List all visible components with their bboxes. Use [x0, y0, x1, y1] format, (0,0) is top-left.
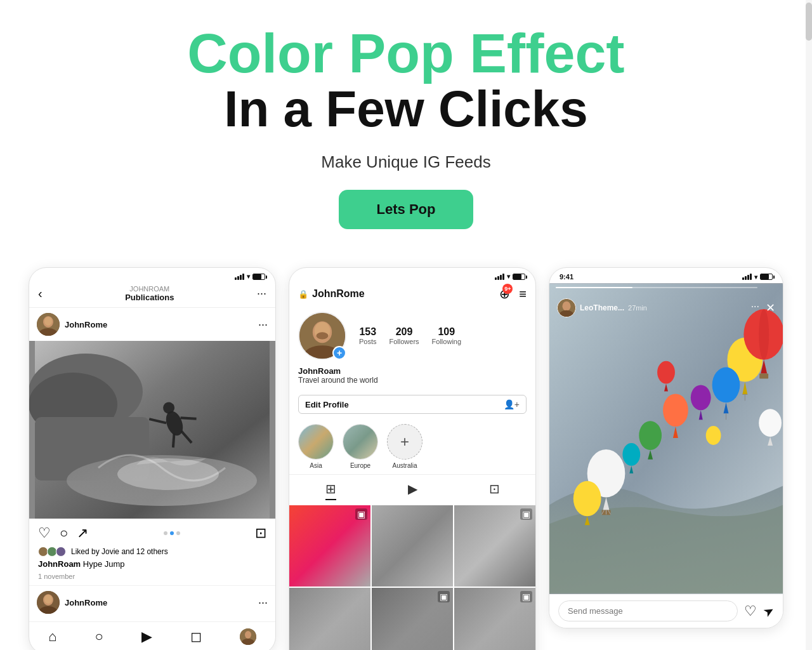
add-story-button[interactable]: + — [332, 346, 346, 360]
profile-username: JohnRome — [312, 288, 365, 300]
grid-cell-6: ▣ — [454, 588, 535, 650]
story-close-icon[interactable]: ✕ — [766, 301, 775, 315]
story-status-bar: 9:41 ▾ — [549, 268, 783, 283]
highlight-australia-circle: + — [387, 424, 422, 460]
story-progress-fill — [556, 287, 632, 288]
signal-bars — [235, 274, 244, 280]
feed-post-image — [29, 341, 275, 519]
s-bar3 — [747, 275, 749, 280]
grid-cell-1: ▣ — [289, 505, 370, 587]
grid-video-icon-1: ▣ — [355, 508, 367, 520]
story-more-icon[interactable]: ··· — [751, 301, 759, 315]
nav-avatar-svg — [240, 628, 256, 645]
svg-point-21 — [245, 631, 251, 639]
highlight-europe-img — [343, 425, 377, 459]
phones-row: ▾ ‹ JOHNROAM Publications ··· — [0, 255, 812, 650]
story-bottom-bar: ♡ ➤ — [549, 594, 783, 628]
scrollbar-thumb[interactable] — [806, 3, 812, 41]
story-username: LeoTheme... — [580, 303, 624, 312]
liked-avatar-3 — [56, 547, 66, 557]
scrollbar-track[interactable] — [806, 0, 812, 650]
profile-signal-bars — [495, 274, 504, 280]
profile-battery-fill — [513, 274, 521, 279]
profile-name-row: 🔒 JohnRome — [298, 288, 365, 300]
phone-profile: ▾ 🔒 JohnRome ⊕ 9+ ≡ — [289, 267, 536, 650]
p-bar1 — [495, 277, 497, 280]
posts-label: Posts — [359, 338, 377, 345]
feed-status-icons: ▾ — [235, 273, 265, 280]
feed-username-small: JOHNROAM — [125, 285, 174, 293]
posts-count: 153 — [359, 326, 377, 338]
hero-title-black: In a Few Clicks — [13, 81, 799, 137]
tab-tagged[interactable]: ⊡ — [489, 481, 500, 500]
nav-reels-icon[interactable]: ▶ — [141, 628, 152, 645]
feed-top-bar: ‹ JOHNROAM Publications ··· — [29, 282, 275, 308]
highlight-asia-circle — [298, 424, 334, 460]
profile-info-row: + 153 Posts 209 Followers 109 Following — [289, 305, 535, 366]
liked-avatars: Liked by Jovie and 12 others — [38, 547, 266, 557]
feed-title-large: Publications — [125, 293, 174, 302]
second-post-avatar-wrap: JohnRome — [37, 591, 107, 614]
bar2 — [237, 276, 239, 280]
caption-username: JohnRoam — [38, 559, 81, 569]
story-avatar — [557, 298, 576, 317]
nav-home-icon[interactable]: ⌂ — [48, 628, 56, 645]
story-heart-icon[interactable]: ♡ — [744, 603, 757, 620]
svg-point-27 — [317, 332, 329, 339]
story-time: 27min — [628, 304, 647, 312]
profile-battery-icon — [513, 274, 525, 280]
svg-point-3 — [44, 317, 52, 326]
liked-by-text: Liked by Jovie and 12 others — [71, 547, 168, 556]
nav-profile-icon[interactable] — [240, 628, 256, 645]
highlight-europe[interactable]: Europe — [343, 424, 378, 469]
profile-top-bar: 🔒 JohnRome ⊕ 9+ ≡ — [289, 282, 535, 305]
profile-grid: ▣ ▣ ▣ ▣ — [289, 505, 535, 650]
svg-point-39 — [663, 394, 688, 427]
like-icon[interactable]: ♡ — [38, 525, 51, 541]
hero-subtitle: Make Unique IG Feeds — [13, 152, 799, 172]
feed-likes: Liked by Jovie and 12 others — [29, 545, 275, 558]
post-more-button[interactable]: ··· — [258, 318, 268, 331]
surfer-image-svg — [29, 341, 275, 519]
highlight-australia[interactable]: + Australia — [387, 424, 422, 469]
feed-bottom-nav: ⌂ ○ ▶ ◻ — [29, 621, 275, 650]
back-button[interactable]: ‹ — [38, 286, 43, 301]
second-post-avatar — [37, 591, 60, 614]
share-icon[interactable]: ↗ — [77, 525, 88, 541]
send-message-input[interactable] — [558, 600, 738, 621]
dot-2 — [170, 531, 174, 535]
highlight-asia-img — [299, 425, 333, 459]
svg-point-43 — [622, 443, 640, 466]
grid-cell-3: ▣ — [454, 505, 535, 587]
profile-display-name: JohnRoam — [298, 366, 527, 376]
p-bar3 — [500, 275, 502, 280]
feed-title: JOHNROAM Publications — [125, 285, 174, 302]
svg-point-42 — [691, 385, 711, 410]
cta-button[interactable]: Lets Pop — [339, 190, 474, 229]
feed-more-button[interactable]: ··· — [257, 287, 266, 300]
dot-3 — [176, 531, 180, 535]
comment-icon[interactable]: ○ — [60, 525, 68, 541]
nav-search-icon[interactable]: ○ — [95, 628, 103, 645]
nav-shop-icon[interactable]: ◻ — [190, 628, 202, 645]
second-post-more[interactable]: ··· — [258, 596, 268, 609]
phone-feed: ▾ ‹ JOHNROAM Publications ··· — [29, 267, 276, 650]
svg-point-40 — [639, 421, 662, 450]
bar4 — [242, 274, 244, 280]
hamburger-icon[interactable]: ≡ — [519, 287, 527, 302]
notification-badge-wrap[interactable]: ⊕ 9+ — [499, 286, 510, 302]
tab-grid[interactable]: ⊞ — [325, 481, 336, 500]
highlight-asia[interactable]: Asia — [298, 424, 334, 469]
story-status-icons: ▾ — [742, 274, 773, 281]
highlight-asia-label: Asia — [310, 462, 322, 469]
edit-profile-button[interactable]: Edit Profile 👤+ — [298, 395, 527, 414]
p-bar4 — [502, 274, 504, 280]
profile-tabs: ⊞ ▶ ⊡ — [289, 474, 535, 505]
bookmark-icon[interactable]: ⊡ — [255, 525, 266, 541]
tab-reels[interactable]: ▶ — [408, 481, 417, 500]
caption-text: Hype Jump — [83, 559, 125, 569]
hero-section: Color Pop Effect In a Few Clicks Make Un… — [0, 0, 812, 248]
feed-post-header: JohnRome ··· — [29, 308, 275, 341]
story-send-icon[interactable]: ➤ — [760, 602, 777, 620]
following-label: Following — [432, 338, 461, 345]
